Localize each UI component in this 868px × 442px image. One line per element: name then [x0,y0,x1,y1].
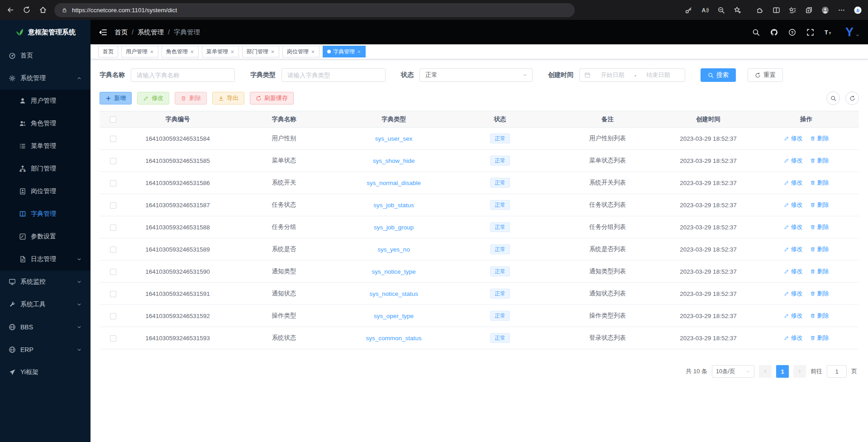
sidebar-item-system[interactable]: 系统管理 [0,67,91,90]
delete-row-link[interactable]: 删除 [810,179,829,187]
reset-button[interactable]: 重置 [748,68,783,82]
row-checkbox[interactable] [110,180,116,186]
edit-button[interactable]: 修改 [137,92,169,105]
dict-type-link[interactable]: sys_yes_no [377,246,410,253]
row-checkbox[interactable] [110,224,116,231]
jump-page-input[interactable] [827,365,847,378]
browser-home-icon[interactable] [39,6,47,14]
row-checkbox[interactable] [110,335,116,342]
row-checkbox[interactable] [110,202,116,209]
dict-type-link[interactable]: sys_job_status [373,202,414,209]
tab-menu-mgmt[interactable]: 菜单管理 [202,46,239,57]
edit-row-link[interactable]: 修改 [784,334,803,342]
fullscreen-icon[interactable] [806,29,814,36]
browser-refresh-icon[interactable] [23,6,31,14]
user-avatar-menu[interactable]: Y [845,27,860,38]
delete-row-link[interactable]: 删除 [810,157,829,165]
dict-type-link[interactable]: sys_normal_disable [367,180,420,186]
sidebar-item-posts[interactable]: 岗位管理 [0,180,91,203]
sidebar-item-erp[interactable]: ERP [0,338,91,361]
status-select[interactable]: 正常 [420,68,533,82]
dict-type-link[interactable]: sys_oper_type [374,313,414,319]
sidebar-item-dict[interactable]: 字典管理 [0,203,91,225]
sidebar-item-params[interactable]: 参数设置 [0,225,91,248]
tab-user-mgmt[interactable]: 用户管理 [121,46,158,57]
address-bar[interactable]: https://ccnetcore.com:1101/system/dict [54,3,575,17]
browser-back-icon[interactable] [6,6,14,14]
help-icon[interactable]: ? [788,29,796,36]
tab-post-mgmt[interactable]: 岗位管理 [282,46,320,57]
close-icon[interactable] [271,50,275,54]
dict-type-link[interactable]: sys_notice_type [372,268,416,275]
sidebar-item-yi[interactable]: Yi框架 [0,361,91,384]
dict-name-input[interactable] [131,68,235,82]
prev-page-button[interactable] [759,365,772,378]
delete-row-link[interactable]: 删除 [810,201,829,209]
zoom-out-icon[interactable] [717,6,725,14]
search-button[interactable]: 搜索 [701,68,736,82]
tab-role-mgmt[interactable]: 角色管理 [162,46,199,57]
edit-row-link[interactable]: 修改 [784,157,803,165]
dict-type-link[interactable]: sys_show_hide [373,157,415,164]
menu-fold-icon[interactable] [99,28,107,37]
read-aloud-icon[interactable]: A [701,6,709,14]
row-checkbox[interactable] [110,247,116,253]
close-icon[interactable] [190,50,194,54]
add-button[interactable]: 新增 [100,92,132,105]
split-screen-icon[interactable] [773,6,780,14]
app-logo[interactable]: 意框架管理系统 [0,20,91,44]
date-range-picker[interactable]: 开始日期 - 结束日期 [579,68,685,82]
delete-row-link[interactable]: 删除 [810,290,829,298]
browser-menu-icon[interactable] [838,6,845,14]
dict-type-input[interactable] [281,68,386,82]
row-checkbox[interactable] [110,158,116,164]
edit-row-link[interactable]: 修改 [784,201,803,209]
edit-row-link[interactable]: 修改 [784,290,803,298]
sidebar-item-tools[interactable]: 系统工具 [0,293,91,316]
close-icon[interactable] [230,50,234,54]
profile-avatar[interactable] [821,6,829,14]
dict-type-link[interactable]: sys_common_status [366,335,421,342]
favorites-icon[interactable] [789,6,796,14]
delete-row-link[interactable]: 删除 [810,245,829,253]
close-icon[interactable] [150,50,154,54]
dict-type-link[interactable]: sys_job_group [374,224,414,231]
key-icon[interactable] [685,6,692,14]
delete-row-link[interactable]: 删除 [810,312,829,320]
row-checkbox[interactable] [110,313,116,319]
sidebar-item-users[interactable]: 用户管理 [0,90,91,112]
select-all-checkbox[interactable] [110,116,116,123]
breadcrumb-home[interactable]: 首页 [114,28,128,37]
edit-row-link[interactable]: 修改 [784,223,803,231]
sidebar-item-monitor[interactable]: 系统监控 [0,271,91,293]
toggle-search-button[interactable] [826,91,840,105]
sidebar-item-roles[interactable]: 角色管理 [0,112,91,135]
sidebar-item-home[interactable]: 首页 [0,44,91,67]
bing-chat-icon[interactable]: b [854,6,862,14]
page-size-select[interactable]: 10条/页 [712,365,754,378]
font-size-icon[interactable]: TT [825,29,832,36]
breadcrumb-system[interactable]: 系统管理 [138,28,164,37]
dict-type-link[interactable]: sys_notice_status [369,290,418,297]
export-button[interactable]: 导出 [212,92,244,105]
collections-icon[interactable] [805,6,813,14]
edit-row-link[interactable]: 修改 [784,312,803,320]
delete-row-link[interactable]: 删除 [810,223,829,231]
add-favorite-icon[interactable] [734,6,741,14]
close-icon[interactable] [311,50,315,54]
refresh-table-button[interactable] [845,91,859,105]
delete-row-link[interactable]: 删除 [810,334,829,342]
sidebar-item-logs[interactable]: 日志管理 [0,248,91,271]
sidebar-item-bbs[interactable]: BBS [0,316,91,338]
edit-row-link[interactable]: 修改 [784,245,803,253]
delete-row-link[interactable]: 删除 [810,267,829,276]
row-checkbox[interactable] [110,269,116,275]
tab-dept-mgmt[interactable]: 部门管理 [242,46,279,57]
github-icon[interactable] [770,29,778,36]
delete-row-link[interactable]: 删除 [810,134,829,143]
sidebar-item-menus[interactable]: 菜单管理 [0,135,91,157]
tab-home[interactable]: 首页 [98,46,118,57]
delete-button[interactable]: 删除 [175,92,207,105]
dict-type-link[interactable]: sys_user_sex [375,135,413,142]
tab-dict-mgmt[interactable]: 字典管理 [323,46,366,57]
